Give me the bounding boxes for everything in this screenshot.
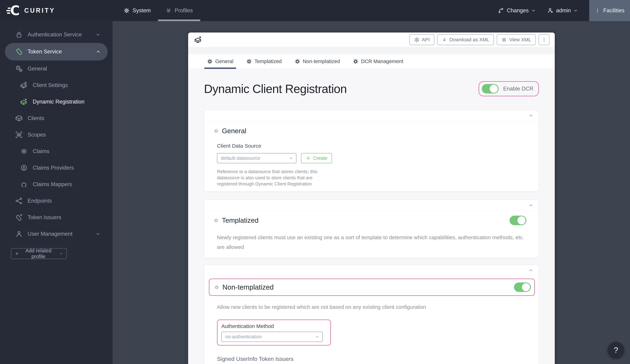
- claims-mappers-icon: [20, 181, 28, 188]
- sidebar-item-label: Scopes: [28, 132, 46, 138]
- sidebar-item-label: Token Service: [28, 48, 62, 55]
- card-header: [204, 200, 539, 211]
- gear-icon: [124, 7, 130, 14]
- client-data-source-select[interactable]: default-datasource: [217, 153, 296, 163]
- admin-menu[interactable]: admin: [547, 7, 578, 14]
- enable-dcr-toggle[interactable]: [482, 84, 499, 93]
- sidebar-item-label: Endpoints: [28, 198, 52, 204]
- sidebar-item-claims[interactable]: Claims: [0, 143, 112, 160]
- collapse-button[interactable]: [528, 113, 534, 119]
- nav-item-label: System: [132, 7, 151, 14]
- client-data-source-help-text: Reference to a datasource that stores cl…: [217, 169, 330, 187]
- chevron-up-icon: [528, 268, 534, 273]
- sidebar-item-scopes[interactable]: Scopes: [0, 127, 112, 143]
- section-title: Templatized: [222, 217, 258, 224]
- tab-label: Templatized: [254, 58, 282, 64]
- chevron-up-icon: [96, 49, 101, 54]
- gear-icon: [214, 218, 218, 223]
- tab-label: Non-templatized: [303, 58, 340, 64]
- create-button-label: Create: [313, 156, 328, 161]
- sidebar-item-authentication-service[interactable]: Authentication Service: [0, 26, 112, 43]
- plus-icon: [306, 156, 311, 161]
- non-templatized-toggle[interactable]: [514, 283, 531, 292]
- non-templatized-card: Non-templatized Allow new clients to be …: [204, 265, 539, 364]
- chevron-down-icon: [574, 8, 578, 13]
- gears-icon: [15, 65, 23, 73]
- kebab-icon: [542, 37, 547, 42]
- sidebar: Authentication Service Token Service Gen…: [0, 21, 112, 364]
- tabbar: General Templatized Non-templatized DCR …: [188, 54, 555, 69]
- sidebar-item-endpoints[interactable]: Endpoints: [0, 193, 112, 209]
- active-tab-underline: [204, 67, 236, 69]
- user-icon: [15, 230, 23, 238]
- chevron-up-icon: [528, 203, 534, 208]
- kebab-icon: [595, 8, 600, 13]
- sidebar-item-label: Claims Providers: [33, 165, 74, 171]
- gear-icon: [214, 129, 218, 133]
- add-related-profile-label: Add related profile: [22, 248, 55, 259]
- nav-item-label: Profiles: [174, 7, 193, 14]
- gear-icon: [353, 59, 358, 64]
- sidebar-item-client-settings[interactable]: Client Settings: [0, 77, 112, 93]
- tab-general[interactable]: General: [204, 54, 236, 69]
- templatized-toggle[interactable]: [510, 216, 526, 225]
- toggle-knob: [522, 283, 530, 291]
- plus-icon: [15, 251, 19, 256]
- download-icon: [442, 37, 447, 42]
- nav-item-profiles[interactable]: Profiles: [158, 0, 200, 21]
- section-title: Non-templatized: [222, 283, 274, 291]
- sidebar-item-general[interactable]: General: [0, 60, 112, 77]
- admin-label: admin: [556, 7, 571, 14]
- tab-templatized[interactable]: Templatized: [244, 54, 284, 69]
- sidebar-item-token-service[interactable]: Token Service: [5, 43, 108, 60]
- curity-brand[interactable]: C CURITY: [6, 4, 55, 17]
- page-title: Dynamic Client Registration: [204, 82, 347, 96]
- client-data-source-label: Client Data Source: [217, 143, 539, 149]
- top-navbar: C CURITY System Profiles Changes admin F…: [0, 0, 630, 21]
- nav-item-system[interactable]: System: [116, 0, 158, 21]
- sidebar-item-token-issuers[interactable]: Token Issuers: [0, 209, 112, 226]
- chevron-down-icon: [315, 335, 320, 339]
- templatized-card: Templatized Newly registered clients mus…: [204, 200, 539, 258]
- user-gear-icon: [547, 7, 554, 14]
- authentication-method-select[interactable]: no-authentication: [221, 332, 323, 342]
- sidebar-item-user-management[interactable]: User Management: [0, 226, 112, 242]
- cube-icon: [15, 114, 23, 122]
- sidebar-item-label: Dynamic Registration: [33, 99, 84, 105]
- api-button[interactable]: API: [410, 34, 434, 45]
- sidebar-item-claims-mappers[interactable]: Claims Mappers: [0, 176, 112, 193]
- curity-logo-icon: C: [6, 4, 22, 17]
- tab-dcr-management[interactable]: DCR Management: [350, 54, 406, 69]
- cube-gear-icon: [20, 81, 28, 89]
- view-xml-button[interactable]: View XML: [497, 34, 536, 45]
- sidebar-item-clients[interactable]: Clients: [0, 110, 112, 127]
- api-button-label: API: [422, 37, 430, 42]
- facilities-button[interactable]: Facilities: [589, 0, 630, 21]
- sidebar-item-claims-providers[interactable]: Claims Providers: [0, 160, 112, 176]
- view-xml-label: View XML: [509, 37, 531, 42]
- sidebar-item-label: Clients: [28, 115, 44, 121]
- collapse-button[interactable]: [528, 202, 534, 208]
- download-xml-button[interactable]: Download as XML: [437, 34, 494, 45]
- add-related-profile-button[interactable]: Add related profile: [11, 248, 67, 259]
- tab-non-templatized[interactable]: Non-templatized: [292, 54, 343, 69]
- help-button[interactable]: ?: [608, 342, 624, 358]
- templatized-description: Newly registered clients must use an exi…: [217, 233, 526, 252]
- more-options-button[interactable]: [538, 34, 550, 45]
- primary-nav: System Profiles: [116, 0, 200, 21]
- create-button[interactable]: Create: [301, 153, 332, 163]
- eye-icon: [501, 37, 507, 42]
- sidebar-item-dynamic-registration[interactable]: Dynamic Registration: [0, 93, 112, 110]
- non-templatized-description: Allow new clients to be registered which…: [217, 302, 526, 312]
- changes-menu[interactable]: Changes: [498, 7, 536, 14]
- chevron-up-icon: [528, 113, 534, 118]
- scopes-icon: [15, 131, 23, 139]
- sidebar-item-label: Claims Mappers: [33, 181, 72, 188]
- branch-icon: [498, 7, 504, 14]
- client-data-source-row: default-datasource Create: [217, 153, 539, 163]
- claims-providers-icon: [20, 164, 28, 172]
- collapse-button[interactable]: [528, 267, 534, 273]
- enable-dcr-label: Enable DCR: [503, 86, 534, 92]
- sidebar-item-label: General: [28, 65, 47, 72]
- section-title: General: [222, 127, 246, 135]
